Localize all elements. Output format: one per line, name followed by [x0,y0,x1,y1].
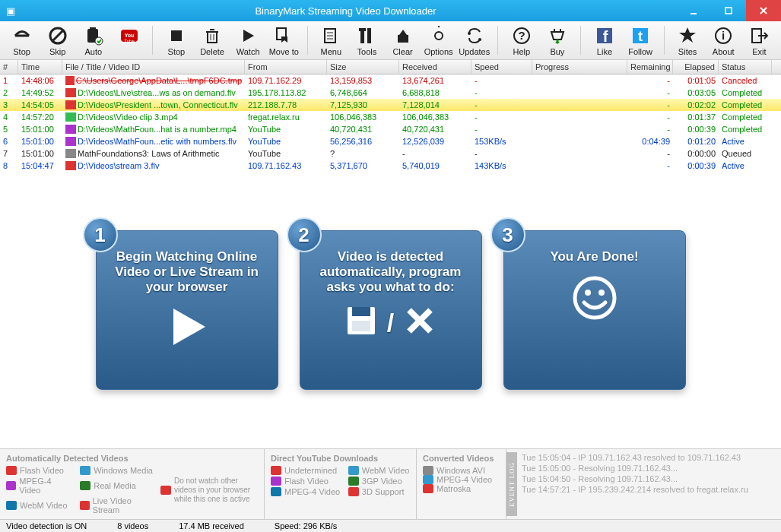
table-row[interactable]: 114:48:06C:\Users\George\AppData\L...\tm… [0,74,781,87]
format-chip: Live Video Stream [80,496,153,515]
format-icon [6,481,16,490]
col-recv[interactable]: Received [399,60,471,74]
like-button[interactable]: fLike [587,24,621,56]
stop-watch-label: Stop [13,47,30,56]
about-button[interactable]: iAbout [706,24,741,56]
table-row[interactable]: 314:54:05D:\Videos\President ...town, Co… [0,99,781,111]
svg-rect-54 [352,307,370,316]
format-chip: Undetermined [271,466,341,475]
window-icon: ▣ [6,5,15,17]
clear-label: Clear [392,47,412,56]
format-icon [271,487,281,496]
help-button[interactable]: ?Help [504,24,538,56]
stop-watch-icon [11,24,33,47]
help-label: Help [513,47,530,56]
minimize-button[interactable] [676,0,711,21]
stop-dl-button[interactable]: Stop [159,24,193,56]
tools-label: Tools [357,47,377,56]
help-icon: ? [510,24,533,47]
move-to-label: Move to [269,47,299,56]
move-to-button[interactable]: Move to [267,24,301,56]
table-row[interactable]: 815:04:47D:\Videos\stream 3.flv109.71.16… [0,160,781,172]
svg-point-39 [478,38,481,41]
about-icon: i [712,24,735,47]
svg-rect-28 [398,35,408,43]
col-file[interactable]: File / Title / Video ID [62,60,245,74]
format-chip: MPEG-4 Video [6,477,72,495]
format-chip: WebM Video [348,466,410,475]
delete-icon [201,24,224,47]
col-stat[interactable]: Status [719,60,772,74]
stop-dl-label: Stop [168,47,186,56]
svg-rect-1 [725,8,732,14]
table-row[interactable]: 515:01:00D:\Videos\MathFoun...hat is a n… [0,123,781,135]
file-type-icon [65,149,76,158]
table-row[interactable]: 214:49:52D:\Videos\Live\strea...ws as on… [0,87,781,99]
clear-button[interactable]: Clear [386,24,420,56]
exit-icon [748,24,770,47]
sites-icon [676,24,699,47]
maximize-button[interactable] [711,0,746,21]
table-row[interactable]: 414:57:20D:\Videos\Video clip 3.mp4frega… [0,111,781,123]
svg-rect-27 [359,28,366,31]
auto-icon [82,24,105,47]
sites-button[interactable]: Sites [671,24,705,56]
stop-watch-button[interactable]: Stop [5,24,39,56]
format-icon [348,487,359,496]
col-num[interactable]: # [0,60,18,74]
updates-button[interactable]: Updates [457,24,491,56]
svg-rect-26 [367,28,371,43]
svg-text:?: ? [518,29,525,42]
format-icon [80,466,90,475]
table-row[interactable]: 615:01:00D:\Videos\MathFoun...etic with … [0,135,781,147]
col-time[interactable]: Time [18,60,62,74]
panel-auto-title: Automatically Detected Videos [6,454,258,463]
options-label: Options [424,47,453,56]
svg-text:i: i [722,29,725,42]
buy-button[interactable]: Buy [540,24,574,56]
hero-text-2: Video is detected automatically, program… [310,249,472,295]
follow-button[interactable]: tFollow [624,24,658,56]
format-chip: Flash Video [6,466,72,475]
event-log-tab[interactable]: EVENT LOG [506,452,517,516]
file-type-icon [65,137,76,146]
close-button[interactable] [746,0,781,21]
delete-button[interactable]: Delete [195,24,229,56]
col-speed[interactable]: Speed [471,60,532,74]
status-detection: Video detection is ON [6,521,87,530]
col-elap[interactable]: Elapsed [673,60,719,74]
menu-button[interactable]: Menu [314,24,348,56]
window-title: BinaryMark Streaming Video Downloader [15,5,676,17]
watch-button[interactable]: Watch [231,24,265,56]
svg-line-6 [52,30,63,41]
auto-button[interactable]: Auto [76,24,110,56]
hero-text-1: Begin Watching Online Video or Live Stre… [106,249,268,295]
col-size[interactable]: Size [327,60,399,74]
save-icon [344,304,378,341]
options-button[interactable]: Options [421,24,456,56]
buy-label: Buy [550,47,564,56]
col-from[interactable]: From [245,60,327,74]
tools-button[interactable]: Tools [350,24,384,56]
format-icon [80,481,90,490]
exit-button[interactable]: Exit [742,24,776,56]
smile-icon [513,274,676,322]
hero-card-1: 1 Begin Watching Online Video or Live St… [96,230,278,390]
table-row[interactable]: 715:01:00MathFoundations3: Laws of Arith… [0,147,781,160]
updates-label: Updates [459,47,490,56]
col-rem[interactable]: Remaining [627,60,673,74]
format-chip: MPEG-4 Video [423,475,500,484]
youtube-button[interactable]: YouTube [112,24,146,56]
svg-rect-8 [90,27,96,30]
status-count: 8 videos [117,521,148,530]
svg-text:t: t [638,29,643,44]
skip-label: Skip [49,47,65,56]
follow-icon: t [629,24,652,47]
skip-button[interactable]: Skip [40,24,75,56]
format-chip: Matroska [423,484,500,493]
watch-icon [237,24,259,47]
badge-3-icon: 3 [491,217,525,252]
file-type-icon [65,76,75,85]
col-prog[interactable]: Progress [532,60,627,74]
file-type-icon [65,100,76,109]
